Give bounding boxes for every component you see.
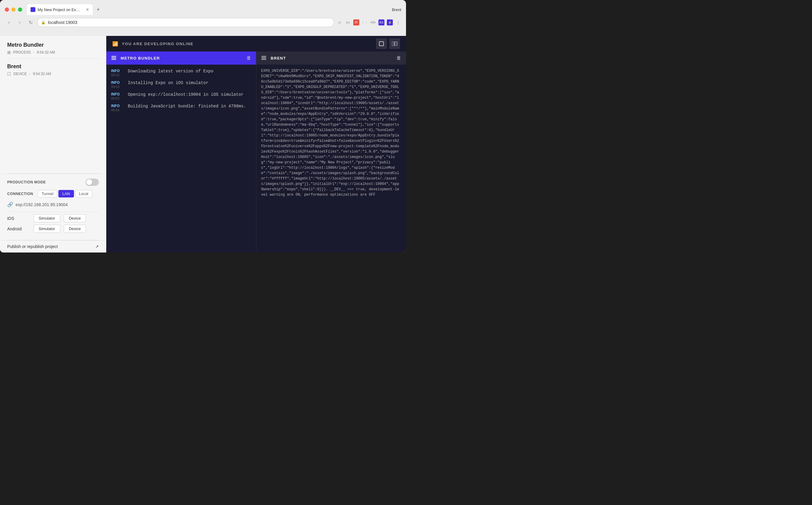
log-level-group: INFO 09:54 <box>111 104 123 112</box>
local-button[interactable]: Local <box>75 190 92 197</box>
ext6-icon[interactable]: ⚡ <box>387 19 393 25</box>
ext4-icon[interactable]: </> <box>370 19 376 25</box>
address-bar[interactable]: 🔒 localhost:19003 <box>37 18 334 27</box>
log-level: INFO <box>111 92 123 96</box>
metro-process-row: ⊞ PROCESS - 9:54:32 AM <box>7 50 99 55</box>
ios-label: iOS <box>7 216 31 221</box>
url-text: localhost:19003 <box>48 20 77 25</box>
metro-layers-icon <box>111 56 117 60</box>
device-row: ☐ DEVICE - 9:54:32 AM <box>7 71 99 76</box>
split-panel-icon <box>392 42 397 46</box>
top-bar-actions <box>376 38 400 49</box>
ios-device-button[interactable]: Device <box>64 214 86 222</box>
metro-bundler-title: Metro Bundler <box>7 42 99 48</box>
ext3-icon[interactable]: ⋮⋮ <box>362 19 368 25</box>
ios-simulator-button[interactable]: Simulator <box>33 214 60 222</box>
log-time: 09:53 <box>111 73 123 77</box>
svg-rect-2 <box>111 56 116 57</box>
log-message: Opening exp://localhost:19004 in iOS sim… <box>128 92 243 97</box>
svg-rect-5 <box>261 56 266 57</box>
process-time: 9:54:32 AM <box>37 50 55 54</box>
device-clear-button[interactable]: 🗑 <box>396 55 401 61</box>
svg-rect-3 <box>111 57 116 58</box>
log-message: Building JavaScript bundle: finished in … <box>128 104 246 109</box>
external-link-icon: ↗ <box>95 244 99 249</box>
link-icon: 🔗 <box>7 202 13 207</box>
ios-row: iOS Simulator Device <box>7 214 99 222</box>
url-row: 🔗 exp://192.168.201.95:19004 <box>7 202 99 207</box>
svg-rect-0 <box>392 42 394 46</box>
ext1-icon[interactable]: ex <box>345 19 351 25</box>
developing-online-text: YOU ARE DEVELOPING ONLINE <box>122 42 193 46</box>
toggle-knob <box>86 179 92 185</box>
device-log-content: EXPO_UNIVERSE_DIR":"/Users/brentvatne/un… <box>256 64 406 252</box>
log-level: INFO <box>111 80 123 85</box>
forward-button[interactable]: › <box>16 18 24 27</box>
log-entry: INFO 09:53 Downloading latest version of… <box>106 67 256 79</box>
tab-favicon <box>30 7 35 12</box>
android-label: Android <box>7 226 31 231</box>
metro-panel: METRO BUNDLER 🗑 INFO 09:53 Downloading l… <box>106 51 256 252</box>
android-simulator-button[interactable]: Simulator <box>33 225 60 233</box>
browser-chrome: My New Project on Expo Devel ✕ + Brent ‹… <box>0 0 406 36</box>
browser-titlebar: My New Project on Expo Devel ✕ + Brent <box>0 0 406 16</box>
ext2-icon[interactable]: f? <box>353 19 359 25</box>
active-tab[interactable]: My New Project on Expo Devel ✕ <box>27 4 93 15</box>
lock-icon: 🔒 <box>41 20 45 24</box>
browser-toolbar: ‹ › ↻ 🔒 localhost:19003 ☆ ex f? ⋮⋮ </> R… <box>0 16 406 29</box>
tab-close-icon[interactable]: ✕ <box>86 7 89 12</box>
lan-button[interactable]: LAN <box>58 190 74 197</box>
svg-rect-1 <box>395 42 397 46</box>
star-icon[interactable]: ☆ <box>336 19 343 25</box>
sidebar: Metro Bundler ⊞ PROCESS - 9:54:32 AM Bre… <box>0 36 106 252</box>
sidebar-empty <box>0 81 106 173</box>
new-tab-button[interactable]: + <box>94 5 102 14</box>
android-device-button[interactable]: Device <box>64 225 86 233</box>
device-layers-icon <box>261 56 266 60</box>
production-mode-row: PRODUCTION MODE <box>7 179 99 186</box>
minimize-button[interactable] <box>11 7 16 12</box>
metro-clear-button[interactable]: 🗑 <box>246 55 251 61</box>
log-level-group: INFO 09:53 <box>111 69 123 77</box>
metro-panel-header: METRO BUNDLER 🗑 <box>106 51 256 64</box>
device-label: DEVICE <box>13 72 27 76</box>
close-button[interactable] <box>5 7 9 12</box>
metro-bundler-section: Metro Bundler ⊞ PROCESS - 9:54:32 AM <box>0 36 106 58</box>
browser-user: Brent <box>392 7 401 12</box>
wifi-icon: 📶 <box>112 41 118 47</box>
metro-log-entries: INFO 09:53 Downloading latest version of… <box>106 64 256 252</box>
single-panel-icon <box>379 41 384 46</box>
toolbar-icons: ☆ ex f? ⋮⋮ </> RX ⚡ ⋮ <box>336 19 401 25</box>
back-button[interactable]: ‹ <box>5 18 13 27</box>
log-time: 09:54 <box>111 108 123 112</box>
maximize-button[interactable] <box>18 7 22 12</box>
log-entry: INFO 09:53 Installing Expo on iOS simula… <box>106 79 256 91</box>
svg-rect-6 <box>261 57 266 58</box>
device-name: Brent <box>7 63 99 70</box>
metro-panel-title: METRO BUNDLER <box>121 56 243 60</box>
tab-title: My New Project on Expo Devel <box>38 7 82 12</box>
device-section: Brent ☐ DEVICE - 9:54:32 AM <box>0 59 106 81</box>
trash-icon: 🗑 <box>246 55 251 60</box>
log-level-group: INFO 09:53 <box>111 80 123 89</box>
connection-buttons: Tunnel LAN Local <box>38 190 92 197</box>
log-level: INFO <box>111 104 123 108</box>
traffic-lights <box>5 7 22 12</box>
svg-rect-7 <box>261 59 266 60</box>
split-panel-button[interactable] <box>389 38 400 49</box>
tab-bar: My New Project on Expo Devel ✕ + <box>27 4 392 15</box>
log-entry: INFO 09:53 Opening exp://localhost:19004… <box>106 91 256 102</box>
log-message: Downloading latest version of Expo <box>128 69 214 73</box>
production-mode-label: PRODUCTION MODE <box>7 180 46 184</box>
more-icon[interactable]: ⋮ <box>395 19 401 25</box>
publish-row[interactable]: Publish or republish project ↗ <box>0 240 106 252</box>
log-time: 09:53 <box>111 85 123 89</box>
refresh-button[interactable]: ↻ <box>26 18 35 27</box>
tunnel-button[interactable]: Tunnel <box>38 190 57 197</box>
single-panel-button[interactable] <box>376 38 387 49</box>
sidebar-divider-3 <box>7 211 99 212</box>
production-mode-toggle[interactable] <box>86 179 99 186</box>
ext5-icon[interactable]: RX <box>379 19 384 25</box>
connection-label: CONNECTION <box>7 192 34 196</box>
log-level-group: INFO 09:53 <box>111 92 123 100</box>
